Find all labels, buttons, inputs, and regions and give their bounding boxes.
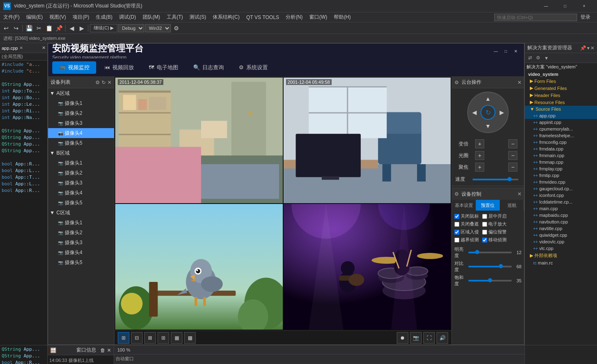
dc-checkbox-crossing[interactable]	[454, 238, 459, 243]
sol-file-vlc[interactable]: ++ vlc.cpp	[525, 245, 597, 252]
tree-group-a-header[interactable]: ▼ A区域	[48, 88, 114, 98]
sol-file-iconfont[interactable]: ++ iconfont.cpp	[525, 192, 597, 199]
sol-folder-generated[interactable]: ▶ Generated Files	[525, 85, 597, 92]
dc-brightness-bar[interactable]	[468, 252, 512, 253]
dc-tab-preset[interactable]: 预置位	[476, 200, 500, 211]
sol-file-cpumem[interactable]: ++ cpumemorylab...	[525, 126, 597, 132]
vb-layout-5[interactable]: ▦	[171, 332, 182, 344]
tb-back[interactable]: ◀	[67, 24, 76, 33]
sol-solution-item[interactable]: 解决方案 "video_system"	[525, 63, 597, 71]
dc-contrast-bar[interactable]	[468, 266, 512, 267]
tb-continue-button[interactable]: 继续(C) ▶	[90, 24, 117, 32]
device-panel-settings-icon[interactable]: ⚙	[95, 80, 100, 85]
tree-item-c-cam4[interactable]: 📷 摄像头4	[48, 248, 114, 257]
vb-layout-2[interactable]: ⊟	[131, 332, 143, 344]
ptz-down-button[interactable]: ▼	[483, 121, 493, 131]
sol-file-videovlc[interactable]: ++ videovlc.cpp	[525, 238, 597, 245]
tree-item-a-cam5[interactable]: 📷 摄像头5	[48, 138, 114, 148]
tree-item-b-cam2[interactable]: 📷 摄像头2	[48, 168, 114, 178]
maximize-button[interactable]: □	[556, 0, 575, 12]
dc-brightness-thumb[interactable]	[475, 250, 479, 254]
dc-contrast-thumb[interactable]	[499, 264, 503, 268]
sol-file-frmmap[interactable]: ++ frmmap.cpp	[525, 159, 597, 165]
sol-file-mapbaidu[interactable]: ++ mapbaidu.cpp	[525, 212, 597, 218]
sol-file-frmmain[interactable]: ++ frmmain.cpp	[525, 152, 597, 159]
ptz-speed-thumb[interactable]	[507, 177, 512, 181]
sol-file-frmtip[interactable]: ++ frmtip.cpp	[525, 172, 597, 179]
ptz-up-button[interactable]: ▲	[483, 94, 493, 103]
nav-video-playback[interactable]: ⏮ 视频回放	[98, 61, 141, 74]
menu-test[interactable]: 测试(S)	[186, 12, 209, 22]
dc-checkbox-digital-zoom[interactable]	[482, 222, 487, 227]
wip-close-icon[interactable]: ✕	[107, 347, 111, 353]
menu-project[interactable]: 项目(P)	[69, 12, 92, 22]
tree-item-b-cam3[interactable]: 📷 摄像头3	[48, 178, 114, 188]
sol-pin-icon[interactable]: 📌	[580, 45, 586, 51]
sol-filter-button[interactable]: ▼	[542, 54, 551, 62]
sol-file-frmconfig[interactable]: ++ frmconfig.cpp	[525, 139, 597, 146]
sol-settings-button[interactable]: ⚙	[534, 54, 542, 62]
tb-settings[interactable]: ⚙	[172, 24, 181, 33]
sol-file-appinit[interactable]: ++ appinit.cpp	[525, 119, 597, 126]
vb-layout-6[interactable]: ▩	[184, 332, 196, 344]
dc-checkbox-close-mouse[interactable]	[454, 214, 459, 219]
ptz-zoom-plus-button[interactable]: +	[475, 139, 484, 148]
tb-undo[interactable]: ↩	[2, 24, 11, 33]
tb-forward[interactable]: ▶	[77, 24, 86, 33]
tree-item-c-cam1[interactable]: 📷 摄像头1	[48, 218, 114, 228]
dc-saturation-bar[interactable]	[468, 280, 512, 281]
menu-tools[interactable]: 工具(T)	[163, 12, 186, 22]
dc-checkbox-motion[interactable]	[482, 238, 487, 243]
vb-fullscreen-icon[interactable]: ⛶	[423, 332, 435, 344]
video-cell-2[interactable]: 2001-12-04 05:49:58	[284, 78, 451, 203]
menu-qt[interactable]: QT VS TOOLS	[243, 12, 282, 22]
sol-folder-form[interactable]: ▶ Form Files	[525, 78, 597, 85]
nav-emap[interactable]: 🗺 电子地图	[142, 61, 185, 74]
sol-folder-source[interactable]: ▼ Source Files	[525, 106, 597, 112]
tree-item-a-cam2[interactable]: 📷 摄像头2	[48, 108, 114, 118]
ptz-focus-minus-button[interactable]: −	[508, 163, 517, 172]
video-cell-1[interactable]: 2011-12-04 05:38:37	[115, 78, 283, 203]
app-minimize-button[interactable]: —	[492, 47, 500, 55]
tb-redo[interactable]: ↪	[12, 24, 21, 33]
nav-log[interactable]: 🔍 日志查询	[187, 61, 231, 74]
tree-item-b-cam4[interactable]: 📷 摄像头4	[48, 188, 114, 198]
editor-tab-close[interactable]: ✕	[42, 45, 46, 51]
vb-record-icon[interactable]: ⏺	[397, 332, 408, 344]
sol-file-navbutton[interactable]: ++ navbutton.cpp	[525, 218, 597, 225]
sol-sync-button[interactable]: ⇄	[526, 54, 534, 62]
sol-close-icon[interactable]: ✕	[590, 45, 595, 51]
tree-item-a-cam4[interactable]: 📷 摄像头4	[48, 128, 114, 138]
sol-file-frameless[interactable]: ++ framelesshelpe...	[525, 132, 597, 139]
vb-audio-icon[interactable]: 🔊	[437, 332, 448, 344]
tb-save-all[interactable]: 💾	[24, 24, 34, 33]
sol-file-mainrc[interactable]: rc main.rc	[525, 260, 597, 266]
ptz-aperture-minus-button[interactable]: −	[508, 151, 517, 160]
menu-team[interactable]: 团队(M)	[139, 12, 163, 22]
menu-window[interactable]: 窗口(W)	[306, 12, 330, 22]
sol-folder-resource[interactable]: ▶ Resource Files	[525, 99, 597, 106]
tb-copy[interactable]: 📋	[44, 24, 53, 33]
vb-layout-4[interactable]: ⊞	[158, 332, 169, 344]
bottom-code-area[interactable]: QString App... QString App... bool App::…	[0, 345, 47, 364]
code-area[interactable]: #include "a... #include "c... QString Ap…	[0, 61, 47, 345]
dc-tab-cruise[interactable]: 巡航	[500, 200, 524, 211]
menu-help[interactable]: 帮助(H)	[330, 12, 354, 22]
ptz-right-button[interactable]: ▶	[497, 108, 506, 117]
tree-item-b-cam5[interactable]: 📷 摄像头5	[48, 198, 114, 208]
device-ctrl-close-icon[interactable]: ✕	[517, 191, 522, 197]
tree-item-b-cam1[interactable]: 📷 摄像头1	[48, 158, 114, 168]
tree-item-c-cam5[interactable]: 📷 摄像头5	[48, 257, 114, 267]
sol-file-app-cpp[interactable]: ++ app.cpp	[525, 112, 597, 119]
sol-file-frmdata[interactable]: ++ frmdata.cpp	[525, 146, 597, 152]
dc-checkbox-center-open[interactable]	[482, 214, 487, 219]
ptz-close-icon[interactable]: ✕	[517, 80, 522, 85]
wip-delete-icon[interactable]: 🗑	[100, 347, 105, 353]
nav-settings[interactable]: ⚙ 系统设置	[232, 61, 274, 74]
sol-file-gaugecloud[interactable]: ++ gaugecloud.cp...	[525, 185, 597, 192]
tree-item-a-cam3[interactable]: 📷 摄像头3	[48, 118, 114, 128]
tree-item-a-cam1[interactable]: 📷 摄像头1	[48, 98, 114, 108]
menu-arch[interactable]: 体系结构(C)	[209, 12, 243, 22]
sol-file-main[interactable]: ++ main.cpp	[525, 205, 597, 212]
tb-cut[interactable]: ✂	[34, 24, 44, 33]
